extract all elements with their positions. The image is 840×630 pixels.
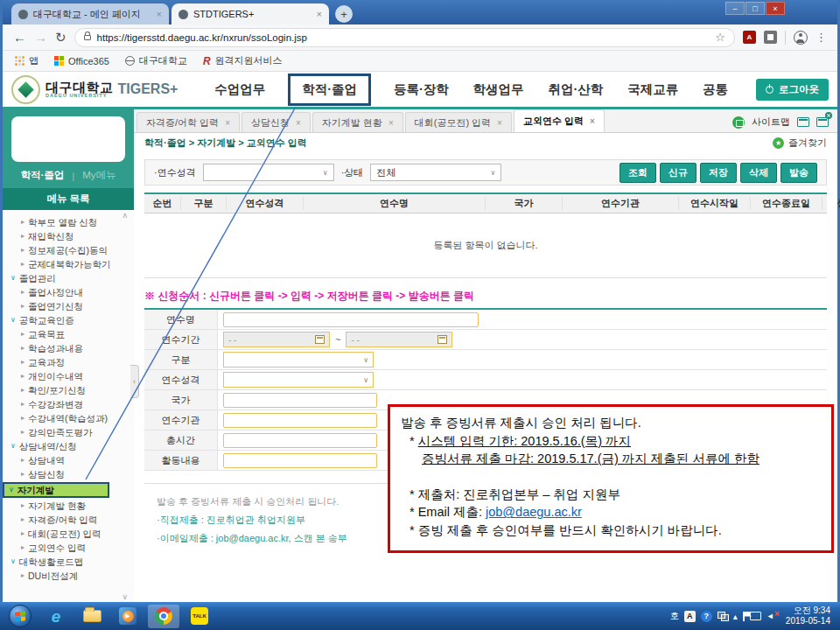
tab-close-icon[interactable]: × xyxy=(296,118,301,128)
sidebar-menu-item[interactable]: ▸DU비전설계 xyxy=(3,569,134,583)
sidebar-menu-item[interactable]: ▸자격증/어학 입력 xyxy=(3,513,134,527)
content-tab[interactable]: 상담신청× xyxy=(242,112,311,132)
action-button[interactable]: 발송 xyxy=(780,163,817,183)
sidebar-menu-item[interactable]: ▸교외연수 입력 xyxy=(3,541,134,555)
action-center-flag-icon[interactable] xyxy=(743,612,745,621)
sidebar-menu-item[interactable]: ▸학습성과내용 xyxy=(3,341,134,355)
sidebar-menu-item[interactable]: ▸상담신청 xyxy=(3,467,134,481)
content-tab[interactable]: 대회(공모전) 입력× xyxy=(405,112,512,132)
sidebar-menu-item[interactable]: ∨졸업관리 xyxy=(3,271,134,285)
tab-close-icon[interactable]: × xyxy=(590,116,595,126)
bookmark-star-icon[interactable]: ☆ xyxy=(715,31,725,44)
tray-app-icon[interactable] xyxy=(718,612,728,620)
nav-item-highlighted[interactable]: 학적·졸업 xyxy=(288,74,371,106)
forward-icon[interactable]: → xyxy=(34,30,47,45)
logout-button[interactable]: 로그아웃 xyxy=(756,79,829,101)
profile-icon[interactable] xyxy=(794,31,808,45)
taskbar-start-button[interactable] xyxy=(4,605,36,628)
sidebar-menu-item[interactable]: ▸수강강좌변경 xyxy=(3,397,134,411)
volume-muted-icon[interactable] xyxy=(766,611,779,621)
content-tab[interactable]: 교외연수 입력× xyxy=(514,109,605,132)
total-hours-input[interactable] xyxy=(223,433,377,448)
bookmark-item[interactable]: R원격지원서비스 xyxy=(203,54,283,67)
sidebar-menu-item[interactable]: ▸확인/포기신청 xyxy=(3,383,134,397)
taskbar-chrome-button[interactable] xyxy=(148,605,179,628)
nav-item[interactable]: 공통 xyxy=(701,76,730,103)
nav-item[interactable]: 취업·산학 xyxy=(546,76,605,103)
nav-item[interactable]: 국제교류 xyxy=(626,76,680,103)
nav-item[interactable]: 학생업무 xyxy=(472,76,526,103)
sidebar-menu-item[interactable]: ▸학부모 열람 신청 xyxy=(3,215,134,229)
sidebar-menu-item[interactable]: ▸교육목표 xyxy=(3,327,134,341)
open-window-icon[interactable] xyxy=(797,117,809,127)
sidebar-menu-item[interactable]: ▸자기계발 현황 xyxy=(3,499,134,513)
close-window-icon[interactable] xyxy=(816,117,829,127)
taskbar-wmp-button[interactable]: ▶ xyxy=(112,605,144,628)
sidebar-menu-item-highlighted[interactable]: ∨자기계발 xyxy=(3,482,109,498)
close-button[interactable]: × xyxy=(766,2,785,15)
taskbar-ie-button[interactable]: e xyxy=(40,605,72,628)
extension-icon[interactable] xyxy=(764,31,777,44)
favorite-control[interactable]: ★ 즐겨찾기 xyxy=(773,136,827,150)
tab-close-icon[interactable]: × xyxy=(317,9,322,19)
category-select[interactable]: ∨ xyxy=(223,352,374,368)
sidebar-menu-item[interactable]: ▸강의만족도평가 xyxy=(3,425,134,439)
country-input[interactable] xyxy=(223,393,377,408)
taskbar-clock[interactable]: 오전 9:34 2019-05-14 xyxy=(786,606,830,626)
sidebar-menu-item[interactable]: ▸군제대복학가능학기 xyxy=(3,257,134,271)
tray-expand-icon[interactable]: ▴ xyxy=(733,612,738,621)
training-name-input[interactable] xyxy=(223,312,479,327)
bookmark-item[interactable]: 앱 xyxy=(15,54,38,67)
content-tab[interactable]: 자격증/어학 입력× xyxy=(136,112,240,132)
taskbar-explorer-button[interactable] xyxy=(76,605,108,628)
ime-korean-icon[interactable]: 호 xyxy=(670,610,679,622)
action-button[interactable]: 저장 xyxy=(700,163,737,183)
sidebar-menu-item[interactable]: ▸개인이수내역 xyxy=(3,369,134,383)
help-tray-icon[interactable]: ? xyxy=(701,611,712,622)
minimize-button[interactable]: – xyxy=(725,2,745,15)
activity-input[interactable] xyxy=(223,453,377,468)
training-nature-select[interactable]: ∨ xyxy=(223,372,374,388)
action-button[interactable]: 삭제 xyxy=(740,163,777,183)
tab-close-icon[interactable]: × xyxy=(388,118,394,128)
bookmark-item[interactable]: Office365 xyxy=(54,56,109,66)
sidebar-collapse-handle[interactable]: ‹ xyxy=(130,365,139,398)
tab-close-icon[interactable]: × xyxy=(157,9,162,19)
nav-item[interactable]: 수업업무 xyxy=(213,76,267,103)
sidebar-menu-item[interactable]: ▸교육과정 xyxy=(3,355,134,369)
sidebar-menu-item[interactable]: ▸졸업연기신청 xyxy=(3,299,134,313)
sidebar-menu-item[interactable]: ∨공학교육인증 xyxy=(3,313,134,327)
sidebar-menu-item[interactable]: ▸졸업사정안내 xyxy=(3,285,134,299)
sitemap-link[interactable]: 사이트맵 xyxy=(752,116,790,129)
display-tray-icon[interactable] xyxy=(750,612,761,620)
content-tab[interactable]: 자기계발 현황× xyxy=(312,112,403,132)
address-bar[interactable]: https://tigersstd.daegu.ac.kr/nxrun/ssoL… xyxy=(74,28,735,47)
pdf-extension-icon[interactable]: A xyxy=(743,31,756,44)
ime-english-icon[interactable]: A xyxy=(684,611,696,622)
sidebar-menu-item[interactable]: ▸정보제공(수집)동의 xyxy=(3,243,134,257)
sidebar-tab-mymenu[interactable]: My메뉴 xyxy=(82,169,116,182)
training-period-end-input[interactable]: - - xyxy=(346,332,452,347)
browser-tab[interactable]: 대구대학교 - 메인 페이지× xyxy=(11,4,169,24)
maximize-button[interactable]: □ xyxy=(746,2,765,15)
browser-tab[interactable]: STDTIGERS+× xyxy=(172,4,329,24)
email-link[interactable]: job@daegu.ac.kr xyxy=(486,505,582,519)
tab-close-icon[interactable]: × xyxy=(497,118,502,128)
reload-icon[interactable]: ↻ xyxy=(55,30,66,46)
back-icon[interactable]: ← xyxy=(13,30,26,45)
action-button[interactable]: 신규 xyxy=(660,163,696,183)
sidebar-menu-item[interactable]: ▸대회(공모전) 입력 xyxy=(3,527,134,541)
calendar-icon[interactable] xyxy=(315,335,325,344)
nav-item[interactable]: 등록·장학 xyxy=(392,76,451,103)
sidebar-menu-item[interactable]: ∨상담내역/신청 xyxy=(3,439,134,453)
tab-close-icon[interactable]: × xyxy=(225,118,230,128)
bookmark-item[interactable]: 대구대학교 xyxy=(125,54,187,67)
search-button[interactable]: 조회 xyxy=(620,163,656,183)
new-tab-button[interactable]: + xyxy=(335,5,353,23)
sidebar-menu-item[interactable]: ▸재입학신청 xyxy=(3,229,134,243)
sidebar-menu-item[interactable]: ▸상담내역 xyxy=(3,453,134,467)
calendar-icon[interactable] xyxy=(438,335,447,344)
training-period-start-input[interactable]: - - xyxy=(223,332,330,347)
status-select[interactable]: 전체 ∨ xyxy=(370,164,501,181)
institution-input[interactable] xyxy=(223,413,377,428)
